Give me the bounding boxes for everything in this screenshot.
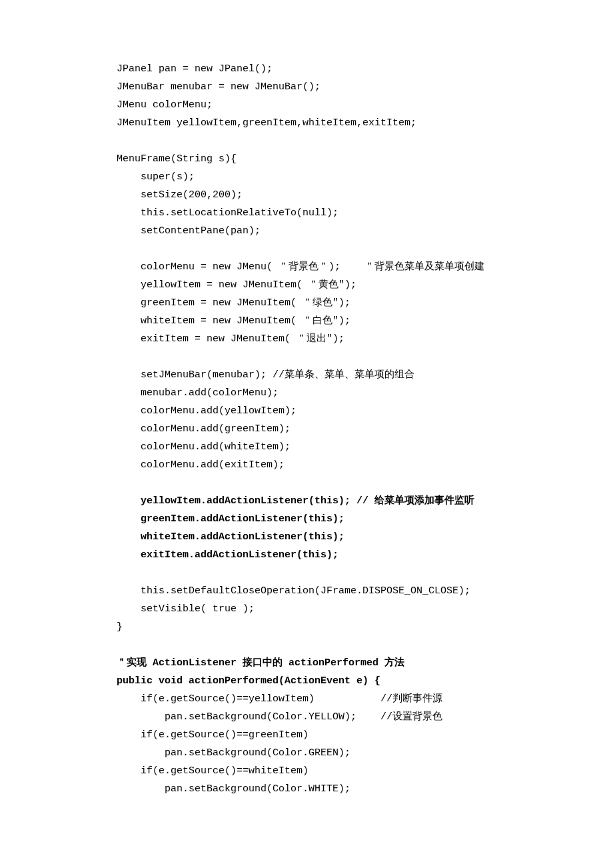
code-line xyxy=(117,132,613,150)
code-line: colorMenu = new JMenu( ＂背景色＂); ＂背景色菜单及菜单… xyxy=(117,258,613,276)
code-line: yellowItem = new JMenuItem( ＂黄色"); xyxy=(117,276,613,294)
code-line: setJMenuBar(menubar); //菜单条、菜单、菜单项的组合 xyxy=(117,366,613,384)
code-line: greenItem = new JMenuItem( ＂绿色"); xyxy=(117,294,613,312)
code-line xyxy=(117,636,613,654)
code-line: this.setLocationRelativeTo(null); xyxy=(117,204,613,222)
code-line: ＂实现 ActionListener 接口中的 actionPerformed … xyxy=(117,654,613,672)
code-line xyxy=(117,474,613,492)
code-line: } xyxy=(117,618,613,636)
code-line: setSize(200,200); xyxy=(117,186,613,204)
code-line xyxy=(117,240,613,258)
code-line: this.setDefaultCloseOperation(JFrame.DIS… xyxy=(117,582,613,600)
code-line: colorMenu.add(whiteItem); xyxy=(117,438,613,456)
code-line: MenuFrame(String s){ xyxy=(117,150,613,168)
code-line: super(s); xyxy=(117,168,613,186)
code-line: greenItem.addActionListener(this); xyxy=(117,510,613,528)
code-line: public void actionPerformed(ActionEvent … xyxy=(117,672,613,690)
code-document-page: JPanel pan = new JPanel();JMenuBar menub… xyxy=(0,0,613,868)
code-line: JMenuBar menubar = new JMenuBar(); xyxy=(117,78,613,96)
code-line: yellowItem.addActionListener(this); // 给… xyxy=(117,492,613,510)
code-line xyxy=(117,564,613,582)
code-line: whiteItem.addActionListener(this); xyxy=(117,528,613,546)
code-line: if(e.getSource()==yellowItem) //判断事件源 xyxy=(117,690,613,708)
code-line: setContentPane(pan); xyxy=(117,222,613,240)
code-line: pan.setBackground(Color.YELLOW); //设置背景色 xyxy=(117,708,613,726)
code-line: menubar.add(colorMenu); xyxy=(117,384,613,402)
code-line: pan.setBackground(Color.WHITE); xyxy=(117,780,613,798)
code-line: colorMenu.add(yellowItem); xyxy=(117,402,613,420)
code-line xyxy=(117,348,613,366)
code-line: exitItem.addActionListener(this); xyxy=(117,546,613,564)
code-line: if(e.getSource()==whiteItem) xyxy=(117,762,613,780)
code-line: JMenuItem yellowItem,greenItem,whiteItem… xyxy=(117,114,613,132)
code-line: JPanel pan = new JPanel(); xyxy=(117,60,613,78)
code-line: if(e.getSource()==greenItem) xyxy=(117,726,613,744)
code-line: whiteItem = new JMenuItem( ＂白色"); xyxy=(117,312,613,330)
code-line: colorMenu.add(greenItem); xyxy=(117,420,613,438)
code-line: colorMenu.add(exitItem); xyxy=(117,456,613,474)
code-line: pan.setBackground(Color.GREEN); xyxy=(117,744,613,762)
code-line: exitItem = new JMenuItem( ＂退出"); xyxy=(117,330,613,348)
code-block: JPanel pan = new JPanel();JMenuBar menub… xyxy=(117,60,613,798)
code-line: JMenu colorMenu; xyxy=(117,96,613,114)
code-line: setVisible( true ); xyxy=(117,600,613,618)
